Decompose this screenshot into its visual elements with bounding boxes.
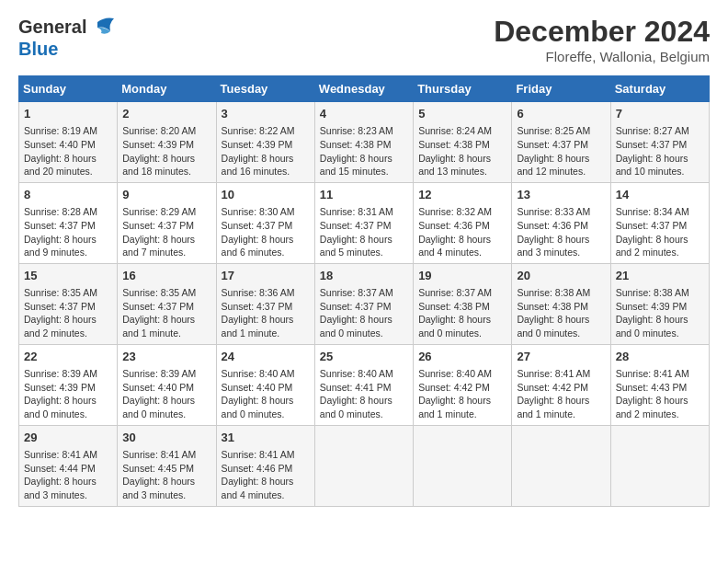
- page: General Blue December 2024 Floreffe, Wal…: [0, 0, 728, 516]
- day-info-text: Sunset: 4:41 PM: [320, 381, 408, 395]
- day-info-text: Sunset: 4:38 PM: [320, 138, 408, 152]
- day-info-text: Daylight: 8 hours: [616, 394, 704, 408]
- day-info-text: Daylight: 8 hours: [222, 394, 310, 408]
- day-info-text: Sunrise: 8:28 AM: [24, 205, 112, 219]
- day-number: 19: [418, 268, 506, 284]
- day-info-text: Sunrise: 8:37 AM: [418, 286, 506, 300]
- day-number: 1: [24, 106, 112, 122]
- day-info-text: Sunrise: 8:41 AM: [122, 448, 210, 462]
- day-info-text: and 9 minutes.: [24, 246, 112, 259]
- header-row: SundayMondayTuesdayWednesdayThursdayFrid…: [19, 76, 710, 102]
- logo-bird-icon: [88, 15, 116, 39]
- calendar-cell: 28Sunrise: 8:41 AMSunset: 4:43 PMDayligh…: [610, 344, 709, 425]
- day-info-text: Sunrise: 8:41 AM: [222, 448, 310, 462]
- day-info-text: Daylight: 8 hours: [24, 233, 112, 247]
- day-info-text: Sunrise: 8:39 AM: [24, 367, 112, 381]
- day-info-text: Daylight: 8 hours: [24, 313, 112, 327]
- day-info-text: Daylight: 8 hours: [517, 394, 605, 408]
- day-info-text: and 4 minutes.: [418, 246, 506, 259]
- calendar-cell: [314, 425, 413, 506]
- day-info-text: Sunrise: 8:35 AM: [122, 286, 210, 300]
- day-info-text: Daylight: 8 hours: [418, 152, 506, 166]
- day-info-text: and 10 minutes.: [616, 165, 704, 178]
- day-info-text: Daylight: 8 hours: [122, 233, 210, 247]
- day-number: 15: [24, 268, 112, 284]
- day-info-text: Sunset: 4:40 PM: [122, 381, 210, 395]
- day-info-text: Sunrise: 8:36 AM: [222, 286, 310, 300]
- day-info-text: Sunrise: 8:19 AM: [24, 124, 112, 138]
- day-info-text: Daylight: 8 hours: [517, 152, 605, 166]
- calendar-cell: 3Sunrise: 8:22 AMSunset: 4:39 PMDaylight…: [216, 102, 314, 183]
- day-info-text: Sunrise: 8:40 AM: [418, 367, 506, 381]
- day-info-text: and 2 minutes.: [616, 246, 704, 259]
- day-info-text: Daylight: 8 hours: [320, 313, 408, 327]
- day-number: 26: [418, 349, 506, 365]
- day-number: 17: [222, 268, 310, 284]
- day-info-text: Daylight: 8 hours: [616, 313, 704, 327]
- day-info-text: and 13 minutes.: [418, 165, 506, 178]
- day-info-text: and 12 minutes.: [517, 165, 605, 178]
- day-info-text: Daylight: 8 hours: [24, 475, 112, 488]
- day-info-text: Sunset: 4:46 PM: [222, 462, 310, 476]
- calendar-cell: 19Sunrise: 8:37 AMSunset: 4:38 PMDayligh…: [414, 263, 512, 344]
- day-number: 28: [616, 349, 704, 365]
- week-row-1: 1Sunrise: 8:19 AMSunset: 4:40 PMDaylight…: [19, 102, 710, 183]
- calendar-cell: 30Sunrise: 8:41 AMSunset: 4:45 PMDayligh…: [118, 425, 216, 506]
- day-number: 22: [24, 349, 112, 365]
- day-info-text: and 6 minutes.: [222, 246, 310, 259]
- day-info-text: Daylight: 8 hours: [24, 152, 112, 166]
- day-info-text: Sunrise: 8:31 AM: [320, 205, 408, 219]
- day-number: 29: [24, 430, 112, 446]
- calendar-cell: 11Sunrise: 8:31 AMSunset: 4:37 PMDayligh…: [314, 182, 413, 263]
- col-header-tuesday: Tuesday: [216, 76, 314, 102]
- day-info-text: Sunset: 4:38 PM: [517, 300, 605, 314]
- day-number: 10: [222, 187, 310, 203]
- header: General Blue December 2024 Floreffe, Wal…: [18, 15, 710, 64]
- day-info-text: Sunset: 4:44 PM: [24, 462, 112, 476]
- day-info-text: and 0 minutes.: [517, 327, 605, 340]
- day-number: 7: [616, 106, 704, 122]
- day-info-text: Sunrise: 8:34 AM: [616, 205, 704, 219]
- day-info-text: and 4 minutes.: [222, 488, 310, 502]
- day-info-text: Sunrise: 8:41 AM: [616, 367, 704, 381]
- day-info-text: Daylight: 8 hours: [616, 152, 704, 166]
- calendar-cell: [610, 425, 709, 506]
- day-info-text: and 1 minute.: [222, 327, 310, 340]
- day-info-text: and 3 minutes.: [24, 488, 112, 502]
- day-number: 27: [517, 349, 605, 365]
- day-info-text: Sunset: 4:37 PM: [616, 219, 704, 233]
- day-info-text: Sunset: 4:38 PM: [418, 138, 506, 152]
- col-header-sunday: Sunday: [19, 76, 118, 102]
- day-info-text: Sunrise: 8:22 AM: [222, 124, 310, 138]
- calendar-cell: 20Sunrise: 8:38 AMSunset: 4:38 PMDayligh…: [512, 263, 610, 344]
- week-row-3: 15Sunrise: 8:35 AMSunset: 4:37 PMDayligh…: [19, 263, 710, 344]
- day-info-text: Sunset: 4:42 PM: [418, 381, 506, 395]
- day-info-text: and 20 minutes.: [24, 165, 112, 178]
- day-info-text: Sunset: 4:40 PM: [24, 138, 112, 152]
- day-info-text: and 16 minutes.: [222, 165, 310, 178]
- day-info-text: and 0 minutes.: [24, 408, 112, 421]
- calendar-cell: 10Sunrise: 8:30 AMSunset: 4:37 PMDayligh…: [216, 182, 314, 263]
- day-info-text: Daylight: 8 hours: [222, 313, 310, 327]
- day-number: 20: [517, 268, 605, 284]
- day-info-text: Sunset: 4:36 PM: [517, 219, 605, 233]
- day-info-text: and 0 minutes.: [320, 408, 408, 421]
- day-info-text: Sunrise: 8:23 AM: [320, 124, 408, 138]
- calendar-cell: 29Sunrise: 8:41 AMSunset: 4:44 PMDayligh…: [19, 425, 118, 506]
- day-info-text: Sunrise: 8:41 AM: [24, 448, 112, 462]
- day-info-text: and 0 minutes.: [122, 408, 210, 421]
- day-info-text: and 15 minutes.: [320, 165, 408, 178]
- logo-general: General: [18, 17, 86, 37]
- day-number: 23: [122, 349, 210, 365]
- day-info-text: Sunset: 4:37 PM: [222, 300, 310, 314]
- day-info-text: and 1 minute.: [122, 327, 210, 340]
- day-number: 4: [320, 106, 408, 122]
- day-info-text: Sunset: 4:39 PM: [122, 138, 210, 152]
- calendar-cell: 9Sunrise: 8:29 AMSunset: 4:37 PMDaylight…: [118, 182, 216, 263]
- calendar-cell: 26Sunrise: 8:40 AMSunset: 4:42 PMDayligh…: [414, 344, 512, 425]
- day-info-text: Sunset: 4:37 PM: [122, 300, 210, 314]
- day-info-text: Sunrise: 8:25 AM: [517, 124, 605, 138]
- day-info-text: and 0 minutes.: [320, 327, 408, 340]
- day-info-text: Daylight: 8 hours: [320, 233, 408, 247]
- calendar-cell: 31Sunrise: 8:41 AMSunset: 4:46 PMDayligh…: [216, 425, 314, 506]
